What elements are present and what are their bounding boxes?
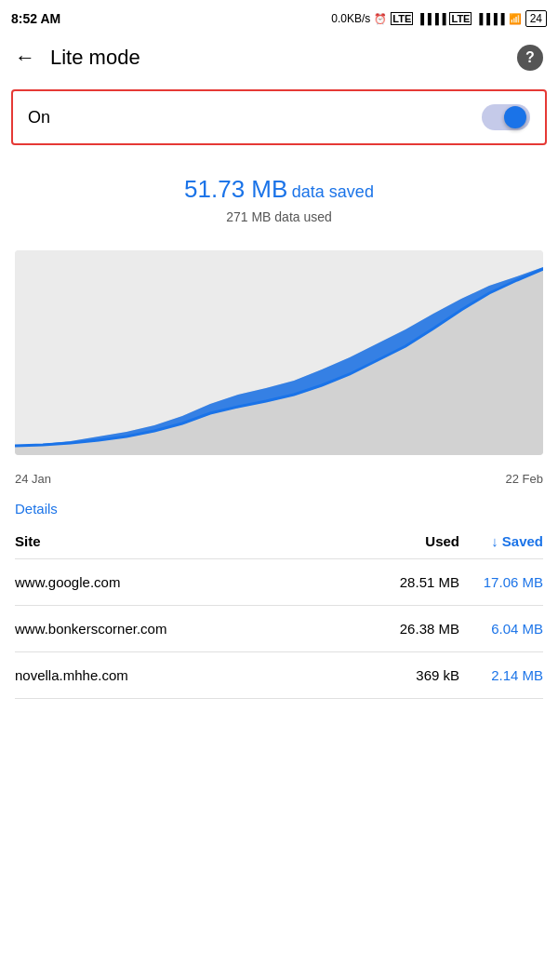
cell-used-3: 369 kB	[376, 667, 459, 683]
lite-mode-toggle[interactable]	[482, 104, 530, 130]
header-left: ← Lite mode	[15, 46, 140, 70]
back-button[interactable]: ←	[15, 46, 35, 70]
chart-end-date: 22 Feb	[506, 472, 543, 486]
lte-icon-2: LTE	[449, 12, 472, 25]
col-header-used: Used	[376, 533, 459, 549]
battery-indicator: 24	[525, 10, 547, 27]
lte-icon: LTE	[391, 12, 413, 25]
data-saved-section: 51.73 MB data saved 271 MB data used	[0, 153, 558, 239]
cell-saved-3: 2.14 MB	[459, 667, 543, 683]
status-time: 8:52 AM	[11, 11, 60, 26]
network-speed: 0.0KB/s	[331, 12, 370, 25]
sites-table: Site Used ↓ Saved www.google.com 28.51 M…	[0, 524, 558, 699]
alarm-icon: ⏰	[374, 13, 387, 25]
cell-used-1: 28.51 MB	[376, 574, 459, 590]
data-saved-label: data saved	[292, 182, 374, 201]
help-button[interactable]: ?	[517, 45, 543, 71]
status-icons: 0.0KB/s ⏰ LTE ▐▐▐▐ LTE ▐▐▐▐ 📶 24	[331, 10, 547, 27]
lite-mode-toggle-row[interactable]: On	[11, 89, 547, 145]
table-row: novella.mhhe.com 369 kB 2.14 MB	[15, 652, 543, 699]
data-used-text: 271 MB data used	[15, 209, 543, 224]
col-header-saved: ↓ Saved	[459, 533, 543, 549]
chart-svg	[15, 250, 543, 455]
data-saved-amount: 51.73 MB	[184, 175, 287, 203]
toggle-label: On	[28, 108, 50, 128]
wifi-icon: 📶	[509, 13, 522, 25]
details-link[interactable]: Details	[0, 490, 558, 524]
signal-bars-2: ▐▐▐▐	[475, 13, 504, 24]
toggle-thumb	[504, 106, 526, 128]
chart-start-date: 24 Jan	[15, 472, 51, 486]
page-title: Lite mode	[50, 46, 140, 70]
cell-saved-1: 17.06 MB	[459, 574, 543, 590]
cell-site-2: www.bonkerscorner.com	[15, 621, 376, 637]
saved-arrow-icon: ↓	[491, 533, 498, 549]
header: ← Lite mode ?	[0, 34, 558, 82]
saved-label: Saved	[502, 533, 543, 549]
cell-used-2: 26.38 MB	[376, 621, 459, 637]
table-header: Site Used ↓ Saved	[15, 524, 543, 559]
table-row: www.google.com 28.51 MB 17.06 MB	[15, 559, 543, 606]
data-chart	[15, 250, 543, 455]
cell-saved-2: 6.04 MB	[459, 621, 543, 637]
cell-site-3: novella.mhhe.com	[15, 667, 376, 683]
signal-bars-1: ▐▐▐▐	[417, 13, 445, 24]
table-row: www.bonkerscorner.com 26.38 MB 6.04 MB	[15, 606, 543, 652]
chart-dates: 24 Jan 22 Feb	[0, 466, 558, 490]
col-header-site: Site	[15, 533, 376, 549]
cell-site-1: www.google.com	[15, 574, 376, 590]
status-bar: 8:52 AM 0.0KB/s ⏰ LTE ▐▐▐▐ LTE ▐▐▐▐ 📶 24	[0, 0, 558, 34]
